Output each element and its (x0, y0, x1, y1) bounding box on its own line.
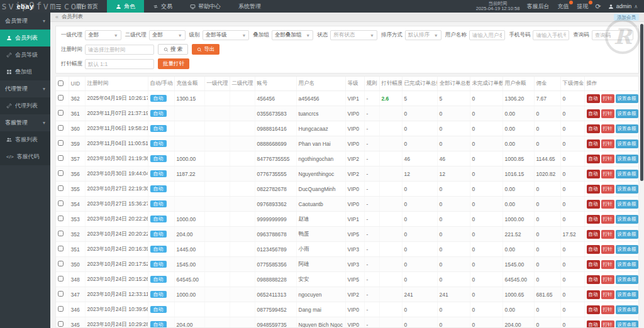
row-checkbox[interactable] (58, 185, 64, 191)
auto-button[interactable]: 自动 (587, 245, 600, 254)
set-balance-button[interactable]: 设置余额 (616, 139, 638, 148)
auto-button[interactable]: 自动 (587, 109, 600, 118)
toplink-提现[interactable]: 提现 (577, 3, 588, 11)
row-checkbox[interactable] (58, 200, 64, 206)
inject-button[interactable]: 打针 (601, 200, 614, 209)
row-checkbox[interactable] (58, 231, 64, 236)
select-all-checkbox[interactable] (58, 80, 64, 86)
add-member-button[interactable]: 添加会员 (614, 14, 639, 21)
auto-button[interactable]: 自动 (587, 170, 600, 178)
sidebar-group-代理管理[interactable]: 代理管理▾ (0, 80, 50, 97)
auto-button[interactable]: 自动 (587, 230, 600, 239)
admin-menu[interactable]: admin ∧ (608, 3, 638, 9)
username-input[interactable] (469, 30, 506, 40)
nav-item-角色[interactable]: 角色 (107, 0, 144, 13)
inject-button[interactable]: 打针 (601, 230, 614, 239)
inject-button[interactable]: 打针 (601, 290, 614, 299)
row-checkbox[interactable] (58, 170, 64, 176)
auto-button[interactable]: 自动 (587, 260, 600, 269)
inject-button[interactable]: 打针 (601, 245, 614, 254)
row-checkbox[interactable] (58, 216, 64, 221)
sidebar-group-客服管理[interactable]: 客服管理▾ (0, 114, 50, 131)
query-code-input[interactable] (592, 30, 633, 40)
auto-button[interactable]: 自动 (587, 139, 600, 148)
inject-button[interactable]: 打针 (601, 185, 614, 194)
export-button[interactable]: 导出 (192, 44, 219, 55)
inject-button[interactable]: 打针 (601, 94, 614, 103)
auto-button[interactable]: 自动 (587, 275, 600, 284)
row-checkbox[interactable] (58, 140, 64, 146)
inject-button[interactable]: 打针 (601, 139, 614, 148)
row-checkbox[interactable] (58, 125, 64, 131)
set-balance-button[interactable]: 设置余额 (616, 290, 638, 299)
inject-button[interactable]: 打针 (601, 305, 614, 314)
inject-button[interactable]: 打针 (601, 170, 614, 178)
nav-item-系统管理[interactable]: 系统管理 (230, 0, 270, 13)
sidebar-group-会员管理[interactable]: 会员管理▾ (0, 13, 50, 30)
row-checkbox[interactable] (58, 306, 64, 312)
agent-level1-select[interactable]: 全部▼ (85, 30, 121, 40)
search-button[interactable]: 搜 索 (158, 44, 188, 55)
inject-button[interactable]: 打针 (601, 320, 614, 328)
set-balance-button[interactable]: 设置余额 (616, 275, 638, 284)
auto-button[interactable]: 自动 (587, 155, 600, 163)
refresh-icon[interactable]: ⟳ (595, 3, 601, 11)
set-balance-button[interactable]: 设置余额 (616, 260, 638, 269)
agent-level2-select[interactable]: 全部▼ (149, 30, 186, 40)
inject-amplitude-input[interactable] (85, 59, 154, 69)
auto-button[interactable]: 自动 (587, 200, 600, 209)
sidebar-item-会员等级[interactable]: 会员等级 (0, 46, 50, 63)
sidebar-item-代理列表[interactable]: 代理列表 (0, 97, 50, 114)
set-balance-button[interactable]: 设置余额 (616, 94, 638, 103)
row-checkbox[interactable] (58, 110, 64, 116)
set-balance-button[interactable]: 设置余额 (616, 305, 638, 314)
auto-button[interactable]: 自动 (587, 215, 600, 224)
scrollbar-thumb[interactable] (640, 24, 643, 181)
register-time-input[interactable] (85, 45, 154, 55)
nav-item-帮助中心[interactable]: 帮助中心 (181, 0, 230, 13)
set-balance-button[interactable]: 设置余额 (616, 320, 638, 328)
auto-button[interactable]: 自动 (587, 185, 600, 194)
row-checkbox[interactable] (58, 291, 64, 297)
auto-button[interactable]: 自动 (587, 320, 600, 328)
inject-button[interactable]: 打针 (601, 260, 614, 269)
inject-button[interactable]: 打针 (601, 109, 614, 118)
inject-button[interactable]: 打针 (601, 124, 614, 133)
sidebar-item-客服代码[interactable]: </>客服代码 (0, 148, 50, 165)
level-select[interactable]: 全部等级▼ (203, 30, 250, 40)
set-balance-button[interactable]: 设置余额 (616, 200, 638, 209)
inject-button[interactable]: 打针 (601, 155, 614, 163)
set-balance-button[interactable]: 设置余额 (616, 155, 638, 163)
set-balance-button[interactable]: 设置余额 (616, 230, 638, 239)
set-balance-button[interactable]: 设置余额 (616, 124, 638, 133)
nav-item-后台首页[interactable]: 后台首页 (67, 0, 107, 13)
collapse-tabs-icon[interactable]: « (55, 14, 58, 20)
row-checkbox[interactable] (58, 95, 64, 101)
inject-button[interactable]: 打针 (601, 215, 614, 224)
nav-item-交易[interactable]: 交易 (144, 0, 181, 13)
auto-button[interactable]: 自动 (587, 124, 600, 133)
phone-input[interactable] (533, 30, 569, 40)
sidebar-item-客服列表[interactable]: 客服列表 (0, 131, 50, 148)
auto-button[interactable]: 自动 (587, 290, 600, 299)
row-checkbox[interactable] (58, 155, 64, 161)
set-balance-button[interactable]: 设置余额 (616, 185, 638, 194)
auto-button[interactable]: 自动 (587, 94, 600, 103)
row-checkbox[interactable] (58, 276, 64, 282)
batch-inject-button[interactable]: 批量打针 (158, 58, 189, 69)
auto-button[interactable]: 自动 (587, 305, 600, 314)
set-balance-button[interactable]: 设置余额 (616, 109, 638, 118)
row-checkbox[interactable] (58, 261, 64, 266)
toplink-充值[interactable]: 充值 (557, 3, 569, 11)
sidebar-item-叠加组[interactable]: 叠加组 (0, 63, 50, 80)
overlay-group-select[interactable]: 全部叠加组▼ (272, 30, 313, 40)
tab-member-list[interactable]: 会员列表 (62, 13, 83, 21)
set-balance-button[interactable]: 设置余额 (616, 170, 638, 178)
sidebar-item-会员列表[interactable]: 会员列表 (0, 30, 50, 46)
row-checkbox[interactable] (58, 246, 64, 251)
set-balance-button[interactable]: 设置余额 (616, 215, 638, 224)
row-checkbox[interactable] (58, 321, 64, 327)
hamburger-icon[interactable]: ☰ (50, 0, 67, 13)
set-balance-button[interactable]: 设置余额 (616, 245, 638, 254)
inject-button[interactable]: 打针 (601, 275, 614, 284)
